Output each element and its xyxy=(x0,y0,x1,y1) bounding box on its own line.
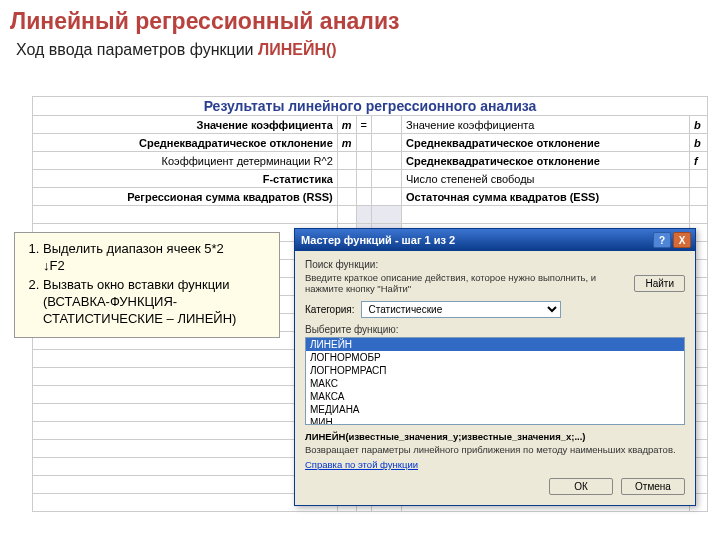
subtitle-text: Ход ввода параметров функции xyxy=(16,41,258,58)
category-select[interactable]: Статистические xyxy=(361,301,561,318)
slide-title: Линейный регрессионный анализ xyxy=(0,0,720,39)
function-option[interactable]: МАКС xyxy=(306,377,684,390)
slide-subtitle: Ход ввода параметров функции ЛИНЕЙН() xyxy=(0,39,720,67)
find-button[interactable]: Найти xyxy=(634,275,685,292)
table-row: Регрессионая сумма квадратов (RSS) Остат… xyxy=(33,188,708,206)
table-row[interactable] xyxy=(33,206,708,224)
function-wizard-dialog: Мастер функций - шаг 1 из 2 ? X Поиск фу… xyxy=(294,228,696,506)
instruction-step-2: Вызвать окно вставки функции (ВСТАВКА-ФУ… xyxy=(43,277,273,328)
function-option[interactable]: ЛОГНОРМРАСП xyxy=(306,364,684,377)
table-row: Среднеквадратическое отклонение m Средне… xyxy=(33,134,708,152)
search-hint: Введите краткое описание действия, котор… xyxy=(305,272,628,295)
function-option[interactable]: МАКСА xyxy=(306,390,684,403)
help-icon[interactable]: ? xyxy=(653,232,671,248)
category-label: Категория: xyxy=(305,304,355,315)
close-icon[interactable]: X xyxy=(673,232,691,248)
table-row: F-статистика Число степеней свободы xyxy=(33,170,708,188)
dialog-titlebar[interactable]: Мастер функций - шаг 1 из 2 ? X xyxy=(295,229,695,251)
instructions-callout: Выделить диапазон ячеек 5*2 ↓F2 Вызвать … xyxy=(14,232,280,338)
function-option[interactable]: ЛИНЕЙН xyxy=(306,338,684,351)
subtitle-function: ЛИНЕЙН() xyxy=(258,41,337,58)
instruction-step-1: Выделить диапазон ячеек 5*2 ↓F2 xyxy=(43,241,273,275)
function-option[interactable]: МЕДИАНА xyxy=(306,403,684,416)
cancel-button[interactable]: Отмена xyxy=(621,478,685,495)
function-description: Возвращает параметры линейного приближен… xyxy=(305,444,685,455)
function-listbox[interactable]: ЛИНЕЙНЛОГНОРМОБРЛОГНОРМРАСПМАКСМАКСАМЕДИ… xyxy=(305,337,685,425)
ok-button[interactable]: ОК xyxy=(549,478,613,495)
dialog-title: Мастер функций - шаг 1 из 2 xyxy=(299,234,651,246)
table-header: Результаты линейного регрессионного анал… xyxy=(33,97,708,116)
function-help-link[interactable]: Справка по этой функции xyxy=(305,459,418,470)
search-label: Поиск функции: xyxy=(305,259,685,270)
down-arrow-icon: ↓F2 xyxy=(43,258,65,273)
select-function-label: Выберите функцию: xyxy=(305,324,685,335)
table-row: Значение коэффициента m = Значение коэфф… xyxy=(33,116,708,134)
function-option[interactable]: МИН xyxy=(306,416,684,425)
table-row: Коэффициент детерминации R^2 Среднеквадр… xyxy=(33,152,708,170)
function-option[interactable]: ЛОГНОРМОБР xyxy=(306,351,684,364)
function-signature: ЛИНЕЙН(известные_значения_y;известные_зн… xyxy=(305,431,685,442)
